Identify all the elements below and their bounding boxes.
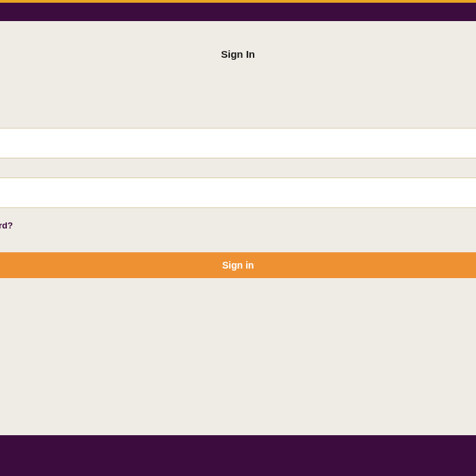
footer-bar: [0, 435, 476, 476]
field-spacer: [0, 158, 476, 177]
forgot-wrapper: word?: [0, 208, 476, 252]
header-bar: [0, 3, 476, 21]
password-field[interactable]: [0, 177, 476, 208]
page-title: Sign In: [0, 48, 476, 60]
signin-button[interactable]: Sign in: [0, 252, 476, 278]
forgot-password-link[interactable]: word?: [0, 214, 13, 237]
username-field[interactable]: [0, 128, 476, 158]
signin-content: Sign In word? Sign in: [0, 21, 476, 278]
